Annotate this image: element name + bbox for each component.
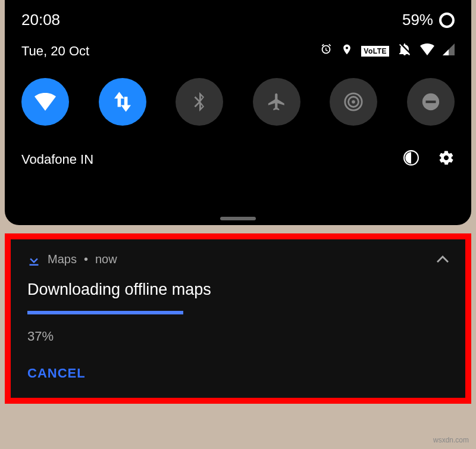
status-right: 59% bbox=[402, 11, 455, 29]
collapse-icon[interactable] bbox=[437, 254, 449, 265]
clock: 20:08 bbox=[21, 11, 60, 29]
progress-bar bbox=[27, 311, 449, 314]
progress-percent: 37% bbox=[27, 329, 449, 344]
svg-point-0 bbox=[352, 100, 356, 104]
notification-time: now bbox=[95, 252, 117, 266]
mobile-data-toggle[interactable] bbox=[99, 78, 146, 126]
battery-percent: 59% bbox=[402, 11, 433, 29]
svg-rect-6 bbox=[30, 264, 39, 266]
volte-badge: VoLTE bbox=[361, 46, 389, 57]
notification-app-name: Maps bbox=[48, 252, 77, 266]
battery-icon bbox=[439, 13, 455, 28]
notification-header: Maps • now bbox=[27, 252, 449, 266]
notification-app-row: Maps • now bbox=[27, 252, 117, 266]
watermark: wsxdn.com bbox=[433, 436, 469, 444]
signal-icon bbox=[443, 43, 455, 59]
status-icons: VoLTE bbox=[320, 42, 455, 60]
notification-title: Downloading offline maps bbox=[27, 280, 449, 299]
carrier-name: Vodafone IN bbox=[21, 152, 93, 167]
download-icon bbox=[27, 253, 40, 266]
progress-fill bbox=[27, 311, 183, 314]
date-row: Tue, 20 Oct VoLTE bbox=[21, 42, 455, 60]
alarm-icon bbox=[320, 43, 333, 60]
location-icon bbox=[341, 43, 353, 60]
date-text: Tue, 20 Oct bbox=[21, 43, 89, 59]
cancel-button[interactable]: CANCEL bbox=[27, 366, 449, 381]
carrier-icons bbox=[403, 149, 455, 170]
notification-highlighted: Maps • now Downloading offline maps 37% … bbox=[5, 233, 471, 404]
quick-settings-toggles bbox=[21, 78, 455, 126]
svg-rect-4 bbox=[425, 101, 436, 103]
drag-handle[interactable] bbox=[220, 217, 256, 220]
settings-icon[interactable] bbox=[438, 149, 455, 170]
quick-settings-panel: 20:08 59% Tue, 20 Oct VoLTE bbox=[5, 0, 471, 225]
mute-icon bbox=[397, 42, 412, 60]
status-bar: 20:08 59% bbox=[21, 11, 455, 29]
carrier-row: Vodafone IN bbox=[21, 149, 455, 170]
hotspot-toggle[interactable] bbox=[330, 78, 377, 126]
notification-separator: • bbox=[84, 252, 88, 266]
do-not-disturb-toggle[interactable] bbox=[407, 78, 455, 126]
edit-tiles-icon[interactable] bbox=[403, 150, 419, 169]
bluetooth-toggle[interactable] bbox=[176, 78, 223, 126]
wifi-toggle[interactable] bbox=[21, 78, 69, 126]
wifi-icon bbox=[420, 43, 434, 59]
airplane-mode-toggle[interactable] bbox=[253, 78, 300, 126]
